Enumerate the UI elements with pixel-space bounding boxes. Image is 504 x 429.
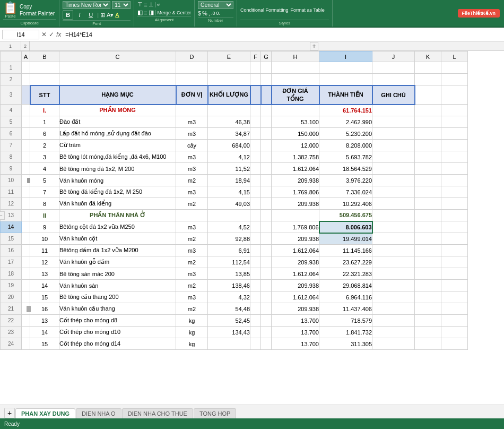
- cell-E21[interactable]: 54,48: [208, 303, 250, 315]
- row-num-8[interactable]: 8: [1, 151, 22, 163]
- cell-E19[interactable]: 138,46: [208, 280, 250, 291]
- row-num-7[interactable]: 7: [1, 140, 22, 151]
- row-num-12[interactable]: 12: [1, 198, 22, 210]
- cell-I21[interactable]: 11.437.406: [319, 303, 372, 315]
- col-header-E[interactable]: E: [208, 52, 250, 62]
- cell-C5[interactable]: Đào đất: [59, 116, 176, 128]
- cell-C20[interactable]: Bê tông cầu thang 200: [59, 291, 176, 303]
- formula-input[interactable]: =H14*E14: [63, 30, 502, 39]
- row-num-9[interactable]: 9: [1, 163, 22, 175]
- cell-D22[interactable]: kg: [176, 315, 208, 327]
- col-header-C[interactable]: C: [59, 52, 176, 62]
- cell-H24[interactable]: 13.700: [272, 338, 319, 350]
- col-header-J[interactable]: J: [372, 52, 415, 62]
- cell-C22[interactable]: Cốt thép cho móng d8: [59, 315, 176, 327]
- fill-color-button[interactable]: A▾: [107, 12, 114, 19]
- row-num-23[interactable]: 23: [1, 327, 22, 338]
- cell-D10[interactable]: m2: [176, 175, 208, 186]
- cell-B10[interactable]: 5: [30, 175, 59, 186]
- cell-B3[interactable]: STT: [30, 85, 59, 105]
- cell-H22[interactable]: 13.700: [272, 315, 319, 327]
- cell-C21[interactable]: Ván khuôn cầu thang: [59, 303, 176, 315]
- cell-I7[interactable]: 8.208.000: [319, 140, 372, 151]
- cell-E5[interactable]: 46,38: [208, 116, 250, 128]
- cell-H17[interactable]: 209.938: [272, 256, 319, 268]
- cell-B4[interactable]: I.: [30, 105, 59, 116]
- cell-D18[interactable]: m3: [176, 268, 208, 280]
- row-num-1[interactable]: 1: [1, 62, 22, 74]
- cell-H15[interactable]: 209.938: [272, 233, 319, 245]
- tab-dien-nha-o[interactable]: DIEN NHA O: [76, 408, 121, 418]
- cell-E16[interactable]: 6,91: [208, 245, 250, 256]
- increase-decimal-button[interactable]: .0: [211, 11, 215, 16]
- row-num-3[interactable]: 3: [1, 85, 22, 105]
- col-header-H[interactable]: H: [272, 52, 319, 62]
- cell-C8[interactable]: Bê tông lót móng,đá kiểng ,đá 4x6, M100: [59, 151, 176, 163]
- underline-button[interactable]: U: [86, 10, 95, 20]
- row-num-21[interactable]: 21: [1, 303, 22, 315]
- comma-button[interactable]: ,: [208, 10, 210, 16]
- row-num-5[interactable]: 5: [1, 116, 22, 128]
- col-header-K[interactable]: K: [415, 52, 441, 62]
- cell-B12[interactable]: 8: [30, 198, 59, 210]
- cell-D8[interactable]: m3: [176, 151, 208, 163]
- cell-I8[interactable]: 5.693.782: [319, 151, 372, 163]
- cell-D5[interactable]: m3: [176, 116, 208, 128]
- align-left-button[interactable]: ◧: [137, 9, 143, 16]
- cell-H8[interactable]: 1.382.758: [272, 151, 319, 163]
- cell-B16[interactable]: 11: [30, 245, 59, 256]
- cell-E10[interactable]: 18,94: [208, 175, 250, 186]
- cell-C15[interactable]: Ván khuôn cột: [59, 233, 176, 245]
- cell-B24[interactable]: 15: [30, 338, 59, 350]
- row-num-19[interactable]: 19: [1, 280, 22, 291]
- row-num-17[interactable]: 17: [1, 256, 22, 268]
- tab-tong-hop[interactable]: TONG HOP: [194, 408, 236, 418]
- row-num-16[interactable]: 16: [1, 245, 22, 256]
- cell-I13[interactable]: 509.456.675: [319, 210, 372, 221]
- cell-B5[interactable]: 1: [30, 116, 59, 128]
- cell-C11[interactable]: Bê tông đá kiểng đá 1x2, M 250: [59, 186, 176, 198]
- row-num-18[interactable]: 18: [1, 268, 22, 280]
- cell-D14[interactable]: m3: [176, 221, 208, 233]
- cell-I4[interactable]: 61.764.151: [319, 105, 372, 116]
- cell-H20[interactable]: 1.612.064: [272, 291, 319, 303]
- cell-I3[interactable]: THÀNH TIỀN: [319, 85, 372, 105]
- font-color-button[interactable]: A: [115, 12, 119, 18]
- cell-B7[interactable]: 2: [30, 140, 59, 151]
- cell-E8[interactable]: 4,12: [208, 151, 250, 163]
- cell-D3[interactable]: ĐƠN VỊ: [176, 85, 208, 105]
- cell-reference-input[interactable]: I14: [2, 30, 39, 39]
- cell-I16[interactable]: 11.145.166: [319, 245, 372, 256]
- cell-J3[interactable]: GHI CHÚ: [372, 85, 415, 105]
- wrap-text-button[interactable]: ↵: [157, 1, 161, 8]
- row-num-10[interactable]: 10: [1, 175, 22, 186]
- cell-E14[interactable]: 4,52: [208, 221, 250, 233]
- row-num-24[interactable]: 24: [1, 338, 22, 350]
- tab-dien-nha-cho-thue[interactable]: DIEN NHA CHO THUE: [122, 408, 193, 418]
- paste-button[interactable]: 📋: [3, 2, 18, 14]
- cell-C23[interactable]: Cốt thép cho móng d10: [59, 327, 176, 338]
- cell-B17[interactable]: 12: [30, 256, 59, 268]
- cell-I23[interactable]: 1.841.732: [319, 327, 372, 338]
- cell-B19[interactable]: 14: [30, 280, 59, 291]
- cell-I17[interactable]: 23.627.229: [319, 256, 372, 268]
- cell-D19[interactable]: m2: [176, 280, 208, 291]
- cell-E18[interactable]: 13,85: [208, 268, 250, 280]
- cell-H3[interactable]: ĐƠN GIÁTỔNG: [272, 85, 319, 105]
- cell-I19[interactable]: 29.068.814: [319, 280, 372, 291]
- cell-D11[interactable]: m3: [176, 186, 208, 198]
- cell-I15[interactable]: 19.499.014: [319, 233, 372, 245]
- cell-D9[interactable]: m3: [176, 163, 208, 175]
- bold-button[interactable]: B: [63, 10, 73, 20]
- format-painter-button[interactable]: Format Painter: [19, 11, 56, 16]
- cell-E9[interactable]: 11,52: [208, 163, 250, 175]
- cell-I9[interactable]: 18.564.529: [319, 163, 372, 175]
- cell-H11[interactable]: 1.769.806: [272, 186, 319, 198]
- cell-E22[interactable]: 52,45: [208, 315, 250, 327]
- cell-E3[interactable]: KHỐI LƯỢNG: [208, 85, 250, 105]
- cell-I6[interactable]: 5.230.200: [319, 128, 372, 140]
- cell-B14[interactable]: 9: [30, 221, 59, 233]
- cell-E15[interactable]: 92,88: [208, 233, 250, 245]
- cell-H9[interactable]: 1.612.064: [272, 163, 319, 175]
- cell-E24[interactable]: [208, 338, 250, 350]
